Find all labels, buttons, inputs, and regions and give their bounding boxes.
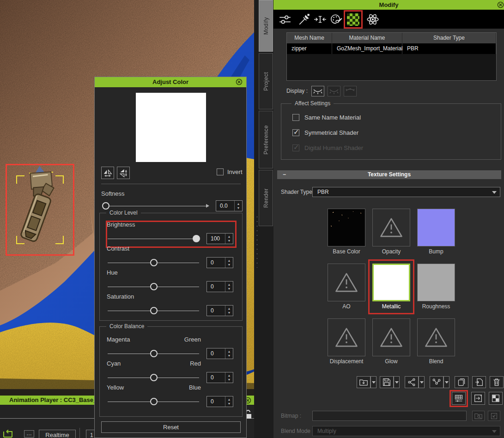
softness-spinbox[interactable]: 0.0 ▲▼: [216, 200, 243, 211]
save-dropdown-button[interactable]: [394, 376, 400, 388]
realtime-button[interactable]: Realtime: [39, 430, 76, 438]
texture-blend[interactable]: [417, 318, 455, 356]
load-dropdown-button[interactable]: [370, 376, 376, 388]
close-icon[interactable]: [497, 1, 504, 8]
tab-render[interactable]: Render: [259, 170, 273, 226]
spinner-arrows[interactable]: ▲▼: [234, 201, 242, 211]
blend-mode-dropdown[interactable]: Multiply: [312, 426, 500, 436]
pose-pin-icon[interactable]: [298, 13, 311, 26]
palette-icon[interactable]: [329, 13, 343, 26]
copy-icon[interactable]: [455, 376, 468, 388]
tab-project[interactable]: Project: [259, 53, 273, 109]
spinner-arrows[interactable]: ▲▼: [225, 348, 233, 359]
converge-icon[interactable]: [313, 13, 327, 26]
texture-opacity[interactable]: [372, 209, 410, 246]
checkbox-icon[interactable]: [292, 129, 299, 136]
adjust-sliders-icon[interactable]: [278, 13, 292, 26]
more-options-button[interactable]: …: [24, 430, 34, 438]
loop-icon[interactable]: [3, 430, 13, 438]
cyan-red-handle[interactable]: [150, 374, 158, 381]
texture-glow[interactable]: [372, 318, 410, 356]
magenta-green-handle[interactable]: [150, 350, 158, 357]
spinner-arrows[interactable]: ▲▼: [225, 372, 233, 383]
import-icon[interactable]: [488, 411, 500, 421]
collapse-icon[interactable]: −: [283, 170, 286, 179]
splitter-grip-dots[interactable]: [256, 215, 258, 268]
hue-handle[interactable]: [150, 283, 158, 290]
saturation-slider[interactable]: [108, 311, 199, 311]
invert-checkbox[interactable]: Invert: [217, 168, 243, 175]
hue-spinbox[interactable]: 0 ▲▼: [206, 281, 233, 292]
blend-mode-value: Multiply: [317, 428, 336, 434]
eye-open-icon[interactable]: [311, 86, 324, 96]
trash-icon[interactable]: [490, 376, 504, 388]
load-icon[interactable]: [357, 376, 370, 388]
tab-modify-label: Modify: [263, 17, 269, 35]
shader-type-label: Shader Type :: [281, 189, 316, 195]
panel-grip-dots[interactable]: [52, 390, 79, 394]
spinner-arrows[interactable]: ▲▼: [225, 258, 233, 268]
texture-ao[interactable]: [328, 264, 365, 301]
share-alt-dropdown-button[interactable]: [443, 376, 449, 388]
eye-dim-icon[interactable]: [328, 86, 340, 96]
magenta-green-slider[interactable]: [108, 354, 199, 354]
texture-roughness[interactable]: [417, 264, 455, 301]
texture-settings-header[interactable]: − Texture Settings: [277, 170, 501, 179]
frame-value: 1: [90, 432, 93, 438]
share-alt-icon[interactable]: [430, 376, 443, 388]
browse-icon[interactable]: [472, 411, 485, 421]
table-row[interactable]: zipper GoZMesh_Import_Material PBR: [287, 43, 496, 54]
shader-type-dropdown[interactable]: PBR: [312, 187, 500, 197]
spinner-arrows[interactable]: ▲▼: [225, 396, 233, 407]
texture-preview: [136, 93, 206, 162]
cyan-red-spinbox[interactable]: 0 ▲▼: [206, 372, 233, 383]
export-icon[interactable]: [471, 392, 485, 405]
reset-button[interactable]: Reset: [101, 421, 241, 433]
share-dropdown-button[interactable]: [419, 376, 425, 388]
flip-vertical-icon[interactable]: [117, 167, 130, 179]
contrast-slider[interactable]: [108, 263, 199, 263]
yellow-blue-slider[interactable]: [108, 402, 199, 402]
magenta-green-spinbox[interactable]: 0 ▲▼: [206, 348, 233, 359]
slider-arrow: [206, 204, 209, 208]
spinner-arrows[interactable]: ▲▼: [225, 306, 233, 316]
saturation-spinbox[interactable]: 0 ▲▼: [206, 305, 233, 316]
yellow-blue-handle[interactable]: [150, 398, 158, 405]
checkbox-icon[interactable]: [217, 168, 224, 175]
contrast-spinbox[interactable]: 0 ▲▼: [206, 257, 233, 268]
adjust-color-titlebar[interactable]: Adjust Color: [95, 77, 246, 87]
tab-modify[interactable]: Modify: [259, 0, 273, 52]
paste-icon[interactable]: [472, 376, 486, 388]
texture-displacement[interactable]: [328, 318, 365, 356]
tab-preference[interactable]: Preference: [259, 111, 273, 168]
checkbox-symmetrical-shader[interactable]: Symmetrical Shader: [292, 129, 358, 136]
saturation-handle[interactable]: [150, 307, 158, 314]
chevron-down-icon: [492, 191, 497, 194]
column-material-name[interactable]: Material Name: [332, 33, 402, 43]
checkbox-label: Digital Human Shader: [304, 144, 363, 151]
softness-slider[interactable]: [104, 206, 208, 206]
checkbox-icon[interactable]: [292, 114, 299, 121]
contrast-handle[interactable]: [150, 259, 158, 266]
checkbox-same-name-material[interactable]: Same Name Material: [292, 114, 361, 121]
selection-box[interactable]: [6, 164, 74, 256]
yellow-blue-spinbox[interactable]: 0 ▲▼: [206, 396, 233, 407]
save-icon[interactable]: [380, 376, 394, 388]
softness-handle[interactable]: [102, 202, 109, 210]
texture-base-color[interactable]: [328, 209, 365, 246]
physics-atom-icon[interactable]: [366, 13, 380, 26]
texture-bump[interactable]: [417, 209, 455, 246]
button-selection-highlight: [449, 390, 468, 407]
cyan-red-slider[interactable]: [108, 378, 199, 378]
cell-material-name: GoZMesh_Import_Material: [332, 43, 402, 54]
flip-horizontal-icon[interactable]: [101, 167, 114, 179]
column-mesh-name[interactable]: Mesh Name: [287, 33, 332, 43]
bitmap-input[interactable]: [312, 411, 467, 421]
close-icon[interactable]: [236, 78, 243, 85]
share-icon[interactable]: [405, 376, 419, 388]
hue-slider[interactable]: [108, 287, 199, 287]
column-shader-type[interactable]: Shader Type: [402, 33, 496, 43]
eye-closed-icon[interactable]: [344, 86, 357, 96]
checker-swap-icon[interactable]: [489, 392, 503, 405]
spinner-arrows[interactable]: ▲▼: [225, 282, 233, 292]
